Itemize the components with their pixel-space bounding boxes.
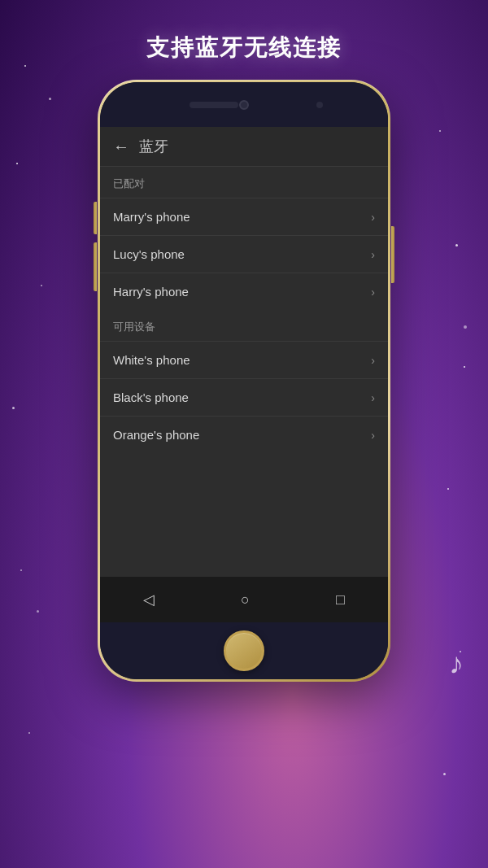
chevron-right-icon: › (371, 429, 375, 442)
home-button[interactable] (224, 630, 264, 671)
chevron-right-icon: › (371, 391, 375, 404)
chevron-right-icon: › (371, 286, 375, 299)
recent-nav-button[interactable]: □ (320, 585, 361, 615)
phone-frame: ← 蓝牙 已配对 Marry's phone › Lucy's phone › … (98, 80, 390, 682)
phone-screen: ← 蓝牙 已配对 Marry's phone › Lucy's phone › … (100, 82, 388, 679)
music-note-decoration: ♪ (449, 647, 464, 681)
chevron-right-icon: › (371, 354, 375, 367)
device-name: Orange's phone (113, 428, 199, 442)
device-name: Black's phone (113, 390, 189, 404)
device-name: Harry's phone (113, 285, 189, 299)
page-title: 支持蓝牙无线连接 (146, 33, 342, 63)
camera-icon (239, 100, 249, 110)
available-section-label: 可用设备 (100, 310, 388, 341)
list-item[interactable]: White's phone › (100, 341, 388, 378)
device-list: 已配对 Marry's phone › Lucy's phone › Harry… (100, 167, 388, 577)
phone-top-bar (100, 82, 388, 127)
back-nav-button[interactable]: ◁ (127, 584, 171, 615)
chevron-right-icon: › (371, 211, 375, 224)
volume-down-button (94, 242, 97, 291)
chevron-right-icon: › (371, 248, 375, 261)
list-item[interactable]: Harry's phone › (100, 273, 388, 310)
navigation-bar: ◁ ○ □ (100, 577, 388, 622)
volume-up-button (94, 202, 97, 234)
phone-bottom-bar (100, 622, 388, 679)
power-button (391, 226, 394, 283)
list-item[interactable]: Lucy's phone › (100, 235, 388, 273)
device-name: Lucy's phone (113, 247, 185, 261)
home-nav-button[interactable]: ○ (224, 585, 266, 615)
back-button[interactable]: ← (113, 137, 129, 156)
paired-section-label: 已配对 (100, 167, 388, 198)
list-item[interactable]: Marry's phone › (100, 198, 388, 235)
bluetooth-header: ← 蓝牙 (100, 127, 388, 167)
device-name: Marry's phone (113, 210, 190, 224)
sensor-icon (316, 102, 323, 108)
device-name: White's phone (113, 353, 190, 367)
speaker-icon (190, 102, 238, 108)
bluetooth-title: 蓝牙 (139, 137, 168, 156)
list-item[interactable]: Black's phone › (100, 378, 388, 416)
app-screen: ← 蓝牙 已配对 Marry's phone › Lucy's phone › … (100, 127, 388, 622)
list-item[interactable]: Orange's phone › (100, 416, 388, 453)
